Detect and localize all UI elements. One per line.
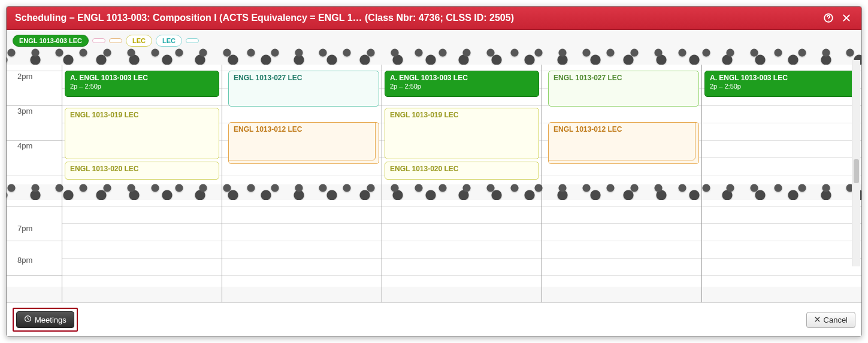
time-label: 7pm [7,223,62,255]
calendar-event[interactable]: A. ENGL 1013-003 LEC2p – 2:50p [704,71,859,97]
event-title: A. ENGL 1013-003 LEC [710,74,854,83]
dialog-title: Scheduling – ENGL 1013-003: Composition … [15,13,817,23]
event-title: ENGL 1013-012 LEC [234,125,374,134]
time-label: 2pm [7,71,62,105]
cancel-button-label: Cancel [824,315,848,324]
help-icon[interactable] [822,11,835,25]
event-title: ENGL 1013-020 LEC [70,165,214,174]
event-title: ENGL 1013-027 LEC [554,74,694,83]
cancel-button[interactable]: Cancel [806,312,855,328]
section-pill[interactable] [186,38,199,43]
time-label: 4pm [7,140,62,175]
svg-point-1 [828,20,829,21]
day-column[interactable] [222,200,382,302]
calendar-event[interactable]: ENGL 1013-020 LEC [385,162,539,180]
time-axis: 7pm 8pm [7,200,62,287]
torn-edge-decoration [7,47,861,67]
event-time: 2p – 2:50p [390,83,534,91]
x-icon [814,315,821,324]
scrollbar-thumb[interactable] [854,159,859,183]
event-title: A. ENGL 1013-003 LEC [390,74,534,83]
time-axis: 2pm 3pm 4pm [7,65,62,184]
clock-icon [24,315,32,324]
day-columns [62,200,861,287]
day-columns: A. ENGL 1013-003 LEC2p – 2:50pENGL 1013-… [62,65,861,184]
calendar-grid-lower: 7pm 8pm [7,200,861,287]
calendar-grid-upper: 2pm 3pm 4pm A. ENGL 1013-003 LEC2p – 2:5… [7,65,861,184]
section-pill[interactable] [109,38,122,43]
event-title: ENGL 1013-020 LEC [390,165,534,174]
torn-edge-decoration [7,182,861,202]
calendar-event[interactable]: ENGL 1013-019 LEC [385,108,539,159]
section-pill[interactable] [92,38,105,43]
day-column[interactable] [62,200,222,302]
time-label: 8pm [7,254,62,287]
section-pill[interactable]: LEC [126,35,152,47]
section-pill[interactable]: ENGL 1013-003 LEC [13,35,89,47]
day-column[interactable] [542,200,701,302]
meetings-button[interactable]: Meetings [16,311,74,328]
scheduling-dialog: Scheduling – ENGL 1013-003: Composition … [6,6,862,337]
calendar-event[interactable]: ENGL 1013-027 LEC [548,71,699,107]
dialog-titlebar: Scheduling – ENGL 1013-003: Composition … [7,7,861,30]
event-title: ENGL 1013-019 LEC [70,111,214,120]
calendar-event[interactable]: ENGL 1013-012 LEC [228,122,379,164]
event-title: ENGL 1013-027 LEC [234,74,374,83]
day-column[interactable] [382,200,542,302]
calendar-event[interactable]: ENGL 1013-020 LEC [65,162,219,180]
calendar-event[interactable]: ENGL 1013-012 LEC [548,122,699,164]
section-pill[interactable]: LEC [156,35,182,47]
meetings-button-label: Meetings [35,315,66,324]
event-title: A. ENGL 1013-003 LEC [70,74,214,83]
scrollbar-track[interactable] [852,60,860,266]
day-column[interactable] [701,200,861,302]
content-scroll[interactable]: ENGL 1013-003 LEC LEC LEC 2pm 3pm 4pm A.… [7,30,861,302]
calendar-event[interactable]: ENGL 1013-027 LEC [228,71,379,107]
event-time: 2p – 2:50p [70,83,214,91]
calendar-event[interactable]: A. ENGL 1013-003 LEC2p – 2:50p [65,71,219,97]
dialog-footer: Meetings Cancel [7,302,861,336]
event-title: ENGL 1013-019 LEC [390,111,534,120]
time-label: 3pm [7,105,62,140]
meetings-highlight: Meetings [13,308,78,332]
event-time: 2p – 2:50p [710,83,854,91]
close-icon[interactable] [840,11,853,25]
event-title: ENGL 1013-012 LEC [554,125,694,134]
calendar-event[interactable]: A. ENGL 1013-003 LEC2p – 2:50p [385,71,539,97]
calendar-event[interactable]: ENGL 1013-019 LEC [65,108,219,159]
dialog-content: ENGL 1013-003 LEC LEC LEC 2pm 3pm 4pm A.… [7,30,861,302]
